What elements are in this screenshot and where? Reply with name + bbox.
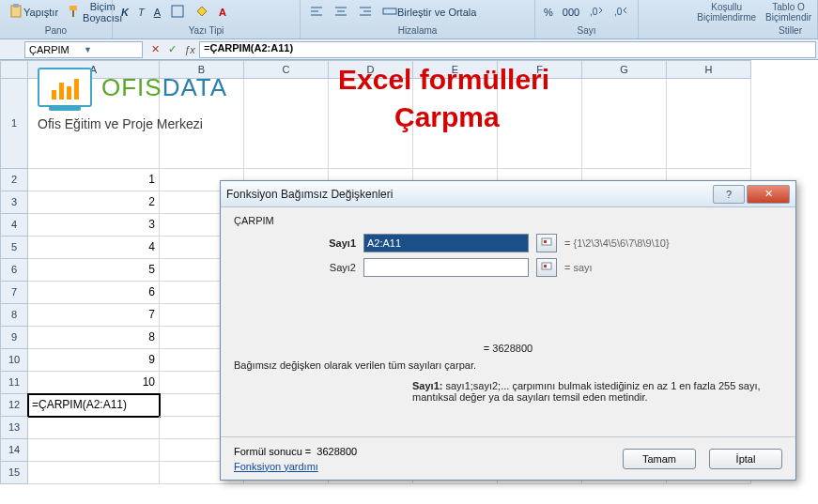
intermediate-result: = 3628800 bbox=[234, 343, 782, 354]
range-select-button[interactable] bbox=[536, 234, 557, 252]
confirm-edit-button[interactable]: ✓ bbox=[163, 41, 180, 58]
align-left-button[interactable] bbox=[306, 2, 327, 23]
svg-rect-3 bbox=[72, 10, 74, 17]
paste-button[interactable]: Yapıştır bbox=[6, 2, 61, 23]
merge-center-button[interactable]: Birleştir ve Ortala bbox=[379, 2, 479, 23]
table-format-button[interactable]: Tablo O Biçimlendir bbox=[765, 2, 811, 23]
cell-A15[interactable] bbox=[28, 462, 160, 484]
ribbon-group-styles: Stiller bbox=[644, 25, 811, 38]
font-color-button[interactable]: A bbox=[216, 5, 229, 20]
border-button[interactable] bbox=[167, 2, 188, 23]
row-header[interactable]: 9 bbox=[0, 327, 28, 349]
underline-button[interactable]: A bbox=[151, 5, 163, 20]
dialog-titlebar[interactable]: Fonksiyon Bağımsız Değişkenleri ? ✕ bbox=[221, 181, 795, 207]
align-center-icon bbox=[333, 4, 348, 21]
inc-decimal-button[interactable]: ,0 bbox=[586, 2, 607, 23]
align-right-button[interactable] bbox=[355, 2, 376, 23]
arg-input[interactable] bbox=[363, 258, 529, 277]
cell-A12[interactable]: =ÇARPIM(A2:A11) bbox=[28, 394, 160, 417]
row-header[interactable]: 1 bbox=[0, 79, 28, 169]
help-button[interactable]: ? bbox=[713, 185, 745, 204]
cell-A3[interactable]: 2 bbox=[28, 191, 160, 214]
select-all-corner[interactable] bbox=[0, 60, 28, 79]
formula-result: Formül sonucu = 3628800 bbox=[234, 446, 610, 457]
svg-text:,0: ,0 bbox=[614, 7, 623, 17]
cell-A10[interactable]: 9 bbox=[28, 349, 160, 372]
arg-label: Sayı1 bbox=[234, 237, 356, 249]
arg-row: Sayı1= {1\2\3\4\5\6\7\8\9\10} bbox=[234, 234, 782, 252]
bold-button[interactable]: K bbox=[118, 5, 131, 20]
range-select-icon bbox=[541, 262, 552, 273]
align-right-icon bbox=[358, 4, 373, 21]
cell-A7[interactable]: 6 bbox=[28, 282, 160, 304]
dec-decimal-button[interactable]: ,0 bbox=[610, 2, 631, 23]
chevron-down-icon[interactable]: ▼ bbox=[84, 45, 138, 54]
cell-G1[interactable] bbox=[582, 79, 667, 169]
overlay-title-1: Excel formülleri bbox=[338, 64, 549, 96]
cancel-button[interactable]: İptal bbox=[709, 449, 782, 469]
cell-A6[interactable]: 5 bbox=[28, 259, 160, 282]
row-header[interactable]: 12 bbox=[0, 394, 28, 417]
cell-A11[interactable]: 10 bbox=[28, 372, 160, 394]
row-header[interactable]: 5 bbox=[0, 237, 28, 259]
row-header[interactable]: 10 bbox=[0, 349, 28, 372]
svg-rect-20 bbox=[544, 265, 547, 267]
cancel-edit-button[interactable]: ✕ bbox=[147, 41, 163, 58]
fx-icon[interactable]: ƒx bbox=[180, 41, 199, 58]
ribbon: Yapıştır Biçim Boyacısı Pano K T A A Yaz… bbox=[0, 0, 818, 39]
svg-text:,0: ,0 bbox=[590, 7, 598, 17]
percent-button[interactable]: % bbox=[541, 5, 556, 20]
cell-A8[interactable]: 7 bbox=[28, 304, 160, 327]
row-header[interactable]: 13 bbox=[0, 417, 28, 439]
row-header[interactable]: 8 bbox=[0, 304, 28, 327]
row-header[interactable]: 2 bbox=[0, 169, 28, 191]
cell-A2[interactable]: 1 bbox=[28, 169, 160, 191]
cell-A9[interactable]: 8 bbox=[28, 327, 160, 349]
name-box[interactable]: ÇARPIM ▼ bbox=[24, 41, 143, 58]
column-header-H[interactable]: H bbox=[667, 60, 751, 79]
range-select-icon bbox=[541, 237, 552, 249]
inc-decimal-icon: ,0 bbox=[589, 4, 604, 21]
column-header-G[interactable]: G bbox=[582, 60, 667, 79]
close-icon: ✕ bbox=[764, 188, 773, 200]
ok-button[interactable]: Tamam bbox=[623, 449, 696, 469]
svg-rect-4 bbox=[172, 6, 183, 17]
function-arguments-dialog: Fonksiyon Bağımsız Değişkenleri ? ✕ ÇARP… bbox=[220, 180, 796, 481]
range-select-button[interactable] bbox=[536, 258, 557, 277]
cell-A14[interactable] bbox=[28, 439, 160, 462]
brand-block: OFISDATA Ofis Eğitim ve Proje Merkezi bbox=[38, 68, 319, 131]
cell-A4[interactable]: 3 bbox=[28, 214, 160, 237]
thousands-button[interactable]: 000 bbox=[560, 5, 582, 20]
brand-logo-icon bbox=[38, 68, 92, 107]
cond-format-button[interactable]: Koşullu Biçimlendirme bbox=[697, 2, 756, 23]
row-header[interactable]: 14 bbox=[0, 439, 28, 462]
ribbon-group-number: Sayı bbox=[541, 25, 632, 38]
ribbon-group-clipboard: Pano bbox=[6, 25, 106, 38]
formula-input[interactable]: =ÇARPIM(A2:A11) bbox=[199, 41, 816, 58]
merge-icon bbox=[382, 4, 397, 21]
row-header[interactable]: 7 bbox=[0, 282, 28, 304]
merge-center-label: Birleştir ve Ortala bbox=[397, 7, 476, 18]
function-help-link[interactable]: Fonksiyon yardımı bbox=[234, 461, 318, 472]
name-box-value: ÇARPIM bbox=[29, 44, 84, 55]
paste-icon bbox=[8, 4, 23, 21]
italic-button[interactable]: T bbox=[135, 5, 147, 20]
row-header[interactable]: 15 bbox=[0, 462, 28, 484]
function-description: Bağımsız değişken olarak verilen tüm say… bbox=[234, 359, 782, 371]
row-header[interactable]: 3 bbox=[0, 191, 28, 214]
row-header[interactable]: 4 bbox=[0, 214, 28, 237]
arg-input[interactable] bbox=[363, 234, 529, 252]
cell-H1[interactable] bbox=[667, 79, 751, 169]
argument-description: Sayı1: sayı1;sayı2;... çarpımını bulmak … bbox=[412, 380, 782, 403]
arg-preview: = sayı bbox=[564, 262, 593, 273]
cell-A5[interactable]: 4 bbox=[28, 237, 160, 259]
row-header[interactable]: 6 bbox=[0, 259, 28, 282]
row-header[interactable]: 11 bbox=[0, 372, 28, 394]
fill-color-button[interactable] bbox=[192, 2, 212, 23]
close-button[interactable]: ✕ bbox=[747, 185, 790, 204]
ribbon-group-font: Yazı Tipi bbox=[118, 25, 294, 38]
svg-rect-18 bbox=[544, 240, 547, 243]
align-center-button[interactable] bbox=[331, 2, 351, 23]
cell-A13[interactable] bbox=[28, 417, 160, 439]
border-icon bbox=[170, 4, 185, 21]
